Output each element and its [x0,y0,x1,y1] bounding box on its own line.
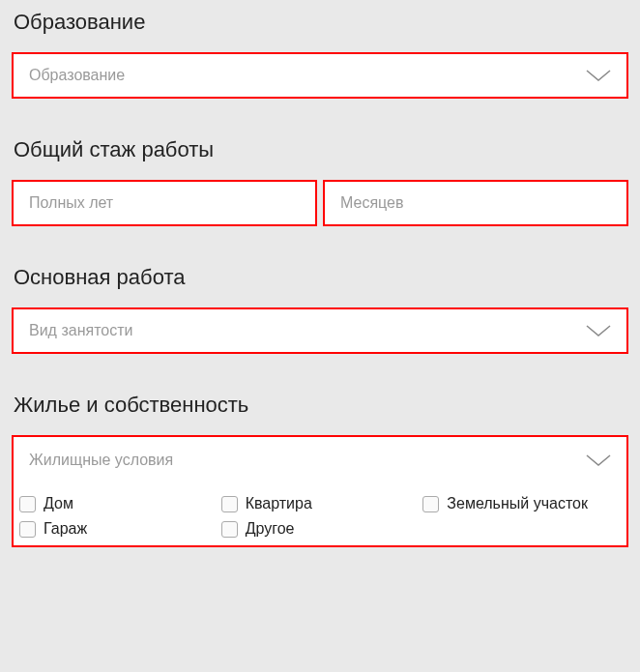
years-input-wrap [12,180,317,226]
main-job-title: Основная работа [14,265,628,290]
section-education: Образование Образование [0,0,640,128]
checkbox-box-icon [19,496,36,512]
chevron-down-icon [586,69,611,82]
checkbox-land[interactable]: Земельный участок [422,495,621,512]
chevron-down-icon [586,324,611,337]
checkbox-label: Квартира [246,495,312,512]
months-input[interactable] [325,182,626,224]
checkbox-box-icon [19,521,36,538]
checkbox-label: Гараж [44,520,87,538]
housing-placeholder: Жилищные условия [29,452,586,469]
months-input-wrap [323,180,628,226]
main-job-placeholder: Вид занятости [29,322,586,339]
chevron-down-icon [586,453,611,467]
education-title: Образование [14,10,628,35]
education-placeholder: Образование [29,67,586,84]
housing-checkboxes: Дом Квартира Земельный участок Гараж Дру… [14,483,626,545]
checkbox-label: Дом [44,495,73,512]
checkbox-label: Другое [246,520,295,538]
checkbox-label: Земельный участок [447,495,588,512]
checkbox-box-icon [221,521,238,538]
section-housing: Жилье и собственность Жилищные условия Д… [0,383,640,557]
experience-inputs [12,180,628,226]
checkbox-box-icon [422,496,439,512]
checkbox-house[interactable]: Дом [19,495,218,512]
main-job-select[interactable]: Вид занятости [12,307,628,354]
housing-box: Жилищные условия Дом Квартира Земельный … [12,435,628,547]
checkbox-box-icon [221,496,238,512]
housing-select[interactable]: Жилищные условия [14,437,626,483]
housing-title: Жилье и собственность [14,393,628,418]
experience-title: Общий стаж работы [14,137,628,162]
checkbox-apartment[interactable]: Квартира [221,495,420,512]
checkbox-garage[interactable]: Гараж [19,520,218,538]
years-input[interactable] [14,182,315,224]
education-select[interactable]: Образование [12,52,628,99]
section-main-job: Основная работа Вид занятости [0,255,640,383]
checkbox-other[interactable]: Другое [221,520,420,538]
section-experience: Общий стаж работы [0,128,640,255]
